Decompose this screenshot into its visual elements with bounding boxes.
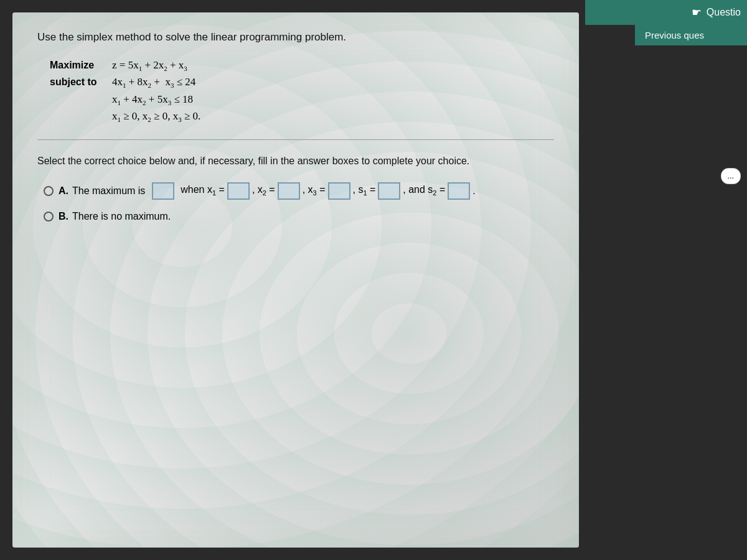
maximize-row: Maximize z = 5x1 + 2x2 + x3 bbox=[50, 59, 554, 72]
option-a-content: The maximum is when x1 = , x2 = , x3 = ,… bbox=[72, 182, 476, 200]
dots-menu-button[interactable]: ... bbox=[721, 168, 741, 184]
non-negativity-row: x1 ≥ 0, x2 ≥ 0, x3 ≥ 0. bbox=[50, 110, 554, 123]
option-a-row: A. The maximum is when x1 = , x2 = , x3 … bbox=[44, 182, 554, 200]
x3-value-input[interactable] bbox=[328, 182, 350, 200]
cursor-icon: ☛ bbox=[692, 6, 702, 19]
select-prompt: Select the correct choice below and, if … bbox=[37, 156, 554, 167]
option-b-label: B. bbox=[59, 211, 68, 222]
constraint-2-row: x1 + 4x2 + 5x3 ≤ 18 bbox=[50, 93, 554, 106]
x2-value-input[interactable] bbox=[278, 182, 300, 200]
radio-option-a[interactable] bbox=[44, 186, 54, 196]
x1-value-input[interactable] bbox=[227, 182, 250, 200]
subject-to-row: subject to 4x1 + 8x2 + x3 ≤ 24 bbox=[50, 76, 554, 89]
problem-instruction: Use the simplex method to solve the line… bbox=[37, 31, 554, 44]
main-content: Use the simplex method to solve the line… bbox=[12, 12, 579, 548]
when-x1-label: when x1 = bbox=[181, 184, 225, 197]
s2-label: , and s2 = bbox=[403, 184, 445, 197]
top-bar-label: Questio bbox=[707, 7, 741, 18]
option-a-end: . bbox=[472, 185, 475, 197]
prev-question-button[interactable]: Previous ques bbox=[635, 25, 747, 45]
radio-option-b[interactable] bbox=[44, 212, 54, 222]
max-value-input[interactable] bbox=[152, 182, 174, 200]
s1-label: , s1 = bbox=[353, 184, 376, 197]
s1-value-input[interactable] bbox=[378, 182, 400, 200]
s2-value-input[interactable] bbox=[448, 182, 470, 200]
constraint-1: 4x1 + 8x2 + x3 ≤ 24 bbox=[112, 76, 195, 89]
non-negativity: x1 ≥ 0, x2 ≥ 0, x3 ≥ 0. bbox=[112, 110, 200, 123]
option-a-label: A. bbox=[59, 185, 68, 197]
math-section: Maximize z = 5x1 + 2x2 + x3 subject to 4… bbox=[50, 59, 554, 124]
constraint-2: x1 + 4x2 + 5x3 ≤ 18 bbox=[112, 93, 193, 106]
x3-label: , x3 = bbox=[303, 184, 326, 197]
option-b-text: There is no maximum. bbox=[72, 211, 171, 222]
maximize-expr: z = 5x1 + 2x2 + x3 bbox=[112, 59, 187, 72]
divider bbox=[37, 139, 554, 140]
options-section: A. The maximum is when x1 = , x2 = , x3 … bbox=[44, 182, 554, 222]
option-a-text-before: The maximum is bbox=[72, 185, 145, 197]
top-bar: ☛ Questio bbox=[585, 0, 747, 25]
subject-to-label: subject to bbox=[50, 77, 112, 88]
x2-label: , x2 = bbox=[252, 184, 275, 197]
option-b-row: B. There is no maximum. bbox=[44, 211, 554, 222]
maximize-label: Maximize bbox=[50, 60, 112, 71]
